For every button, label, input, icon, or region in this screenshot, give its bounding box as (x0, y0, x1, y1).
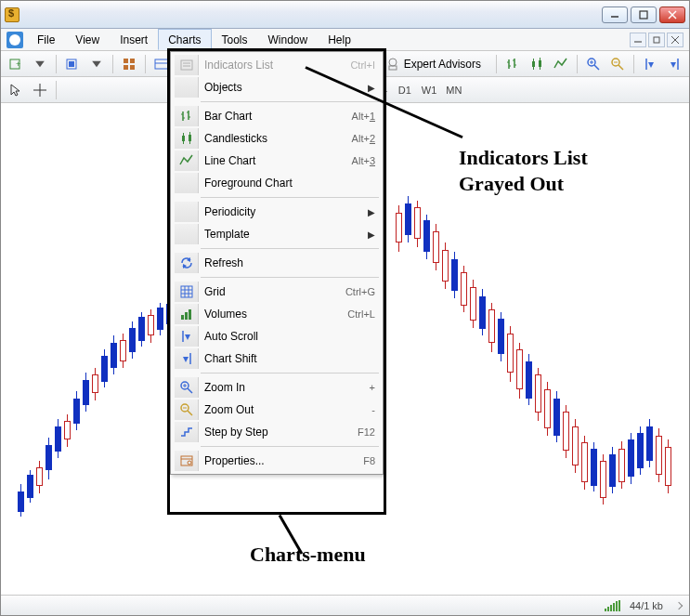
menu-item-label: Volumes (204, 308, 347, 321)
zoom-out-icon (175, 400, 199, 420)
grid-icon (175, 282, 199, 302)
svg-point-20 (389, 59, 397, 66)
svg-text:+: + (16, 59, 20, 69)
resize-grip-icon[interactable] (675, 601, 683, 609)
chartshift-button[interactable] (663, 54, 685, 74)
menu-item-shortcut: Alt+2 (352, 133, 375, 144)
svg-line-38 (618, 65, 623, 70)
menu-item-shortcut: Ctrl+L (347, 308, 375, 320)
app-menu-icon[interactable] (7, 32, 23, 48)
menu-item-label: Refresh (204, 256, 375, 269)
svg-marker-10 (35, 60, 45, 66)
zoom-in-button[interactable] (582, 54, 605, 74)
menu-item-properties[interactable]: Properties...F8 (173, 450, 381, 472)
menu-item-volumes[interactable]: VolumesCtrl+L (173, 303, 381, 325)
mdi-minimize-button[interactable] (630, 33, 646, 47)
menu-item-template[interactable]: Template▶ (173, 223, 381, 245)
market-watch-button[interactable] (118, 54, 140, 74)
menu-view[interactable]: View (65, 29, 110, 50)
bar-chart-button[interactable] (501, 54, 524, 74)
menu-item-objects[interactable]: Objects▶ (173, 76, 381, 98)
menu-item-zoom-out[interactable]: Zoom Out- (173, 399, 381, 421)
menu-separator (201, 446, 379, 447)
window-titlebar (1, 1, 689, 29)
autoscroll-button[interactable] (639, 54, 661, 74)
blank-icon (175, 202, 199, 222)
new-chart-button[interactable]: + (5, 54, 27, 74)
profiles-dropdown[interactable] (85, 54, 108, 74)
svg-rect-46 (181, 60, 192, 70)
menu-item-zoom-in[interactable]: Zoom In+ (173, 376, 381, 399)
window-minimize-button[interactable] (602, 7, 628, 23)
menu-item-step-by-step[interactable]: Step by StepF12 (173, 421, 381, 443)
svg-marker-42 (670, 62, 676, 68)
svg-rect-18 (155, 59, 168, 69)
menu-insert[interactable]: Insert (110, 29, 158, 50)
zoom-in-icon (175, 377, 199, 398)
new-chart-dropdown[interactable] (29, 54, 51, 74)
menu-item-shortcut: - (371, 404, 375, 415)
blank-icon (175, 173, 199, 193)
window-maximize-button[interactable] (631, 7, 657, 23)
menu-file[interactable]: File (27, 29, 65, 50)
menu-separator (201, 101, 379, 102)
svg-marker-72 (183, 357, 189, 362)
refresh-icon (175, 253, 199, 273)
menu-item-auto-scroll[interactable]: Auto Scroll (173, 325, 381, 347)
mdi-close-button[interactable] (667, 33, 683, 47)
menu-item-grid[interactable]: GridCtrl+G (173, 281, 381, 303)
candlesticks-icon (175, 128, 199, 149)
line-chart-button[interactable] (550, 54, 572, 74)
menu-charts[interactable]: Charts (158, 29, 211, 50)
charts-menu-dropdown: Indicators ListCtrl+IObjects▶Bar ChartAl… (170, 51, 384, 475)
candlesticks-button[interactable] (526, 54, 548, 74)
app-icon (5, 7, 20, 22)
expert-advisors-button[interactable]: Expert Advisors (379, 54, 491, 74)
chartshift-icon (175, 348, 199, 369)
menu-item-label: Grid (204, 285, 345, 298)
cursor-button[interactable] (5, 80, 27, 100)
menu-item-shortcut: Alt+1 (352, 111, 375, 122)
svg-point-82 (188, 461, 191, 465)
menu-item-bar-chart[interactable]: Bar ChartAlt+1 (173, 105, 381, 127)
menu-separator (201, 248, 379, 249)
svg-marker-40 (648, 62, 654, 68)
menu-tools[interactable]: Tools (212, 29, 258, 50)
svg-marker-43 (11, 85, 20, 96)
menu-item-candlesticks[interactable]: CandlesticksAlt+2 (173, 127, 381, 150)
timeframe-d1[interactable]: D1 (393, 81, 417, 99)
window-close-button[interactable] (659, 7, 685, 23)
svg-rect-1 (640, 11, 647, 19)
mdi-restore-button[interactable] (648, 33, 665, 47)
menu-item-shortcut: F8 (363, 455, 375, 466)
menubar: FileViewInsertChartsToolsWindowHelp (1, 29, 689, 51)
blank-icon (175, 224, 199, 244)
zoom-out-button[interactable] (606, 54, 629, 74)
crosshair-button[interactable] (29, 80, 51, 100)
menu-help[interactable]: Help (318, 29, 361, 50)
svg-rect-16 (124, 65, 128, 70)
menu-item-foreground-chart[interactable]: Foreground Chart (173, 172, 381, 194)
menu-item-shortcut: Ctrl+G (345, 286, 375, 297)
svg-rect-67 (185, 312, 188, 320)
profiles-button[interactable] (61, 54, 84, 74)
menu-item-shortcut: Alt+3 (352, 155, 375, 166)
menu-item-refresh[interactable]: Refresh (173, 252, 381, 274)
properties-icon (175, 451, 199, 471)
bar-chart-icon (175, 106, 199, 126)
timeframe-mn[interactable]: MN (441, 81, 466, 99)
menu-window[interactable]: Window (258, 29, 319, 50)
svg-rect-68 (189, 309, 191, 320)
menu-item-chart-shift[interactable]: Chart Shift (173, 347, 381, 370)
menu-item-label: Step by Step (204, 426, 358, 439)
menu-item-label: Foreground Chart (204, 177, 375, 190)
menu-item-periodicity[interactable]: Periodicity▶ (173, 201, 381, 223)
menu-item-label: Zoom In (204, 381, 370, 394)
menu-item-line-chart[interactable]: Line ChartAlt+3 (173, 150, 381, 172)
timeframe-w1[interactable]: W1 (417, 81, 442, 99)
step-icon (175, 422, 199, 442)
volumes-icon (175, 304, 199, 324)
menu-item-label: Zoom Out (204, 403, 371, 416)
statusbar: 44/1 kb (1, 595, 689, 615)
svg-line-76 (188, 388, 192, 393)
